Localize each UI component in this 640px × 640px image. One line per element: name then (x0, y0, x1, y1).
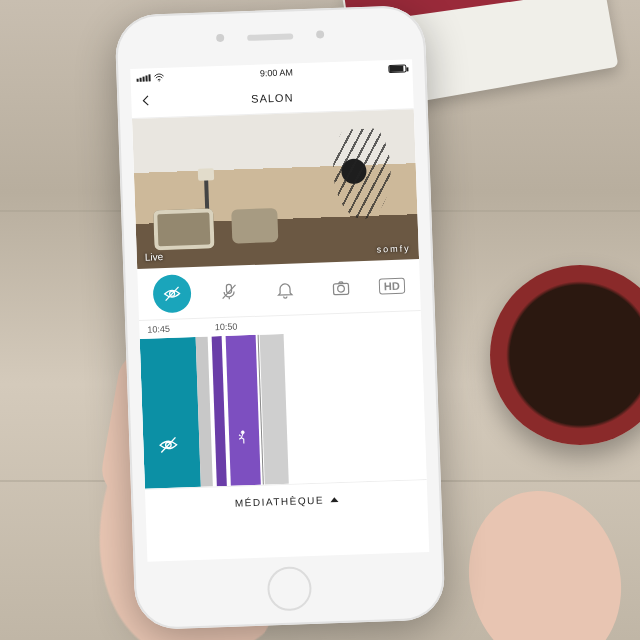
phone-speaker (247, 33, 293, 41)
camera-live-view[interactable]: Live somfy (132, 109, 419, 269)
svg-point-0 (158, 80, 159, 81)
hd-toggle[interactable]: HD (379, 277, 405, 294)
background-hand-right (449, 474, 640, 640)
phone-frame: 9:00 AM SALON Live somfy (114, 5, 445, 630)
mic-off-icon (218, 281, 239, 302)
caret-up-icon (330, 497, 338, 502)
mic-mute-button[interactable] (209, 272, 248, 311)
eye-off-icon (162, 283, 183, 304)
tick-label: 10:45 (147, 324, 170, 335)
phone-sensor (316, 30, 324, 38)
snapshot-button[interactable] (322, 268, 361, 307)
media-label: MÉDIATHÈQUE (235, 495, 324, 509)
tick-label: 10:50 (215, 321, 238, 332)
status-time: 9:00 AM (260, 67, 293, 78)
scene-sofa (153, 208, 214, 250)
brand-label: somfy (376, 243, 410, 254)
motion-segment-icon (233, 429, 252, 452)
svg-point-4 (338, 285, 345, 292)
home-button[interactable] (267, 566, 313, 612)
battery-icon (388, 64, 406, 73)
timeline-segment-motion[interactable] (212, 336, 227, 486)
bell-icon (275, 279, 296, 300)
phone-front-camera (216, 34, 224, 42)
scene-chair (231, 208, 278, 244)
privacy-segment-icon (157, 434, 180, 461)
live-label: Live (145, 251, 164, 263)
wifi-icon (153, 72, 164, 81)
timeline-segment-idle[interactable] (260, 334, 289, 485)
camera-icon (331, 277, 352, 298)
back-button[interactable] (139, 93, 154, 111)
timeline-segment-motion[interactable] (226, 335, 261, 486)
timeline-segment-privacy[interactable] (140, 337, 201, 489)
privacy-toggle[interactable] (153, 274, 192, 313)
background-coffee-mug (490, 265, 640, 445)
alert-button[interactable] (265, 270, 304, 309)
timeline[interactable] (140, 329, 427, 489)
screen: 9:00 AM SALON Live somfy (130, 59, 429, 562)
page-title: SALON (251, 91, 294, 104)
signal-icon (136, 74, 150, 81)
svg-point-6 (241, 431, 244, 434)
